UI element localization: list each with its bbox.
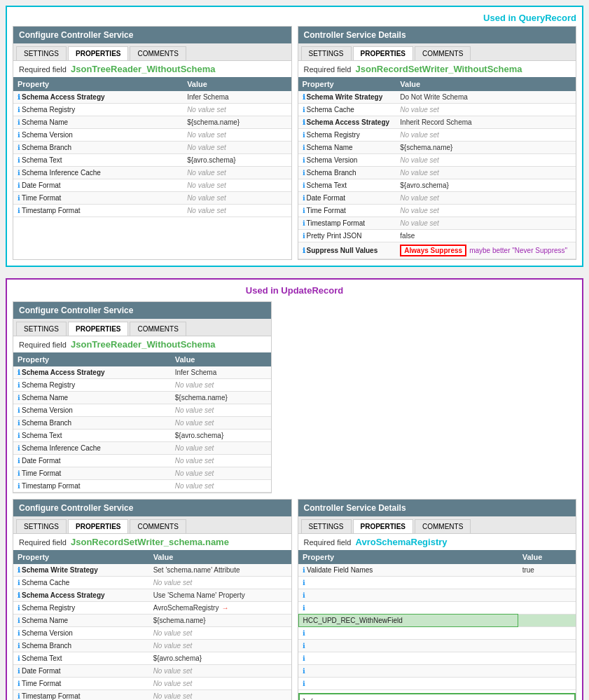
- prop-name-cell: ℹ: [298, 640, 518, 652]
- section2-bottom-left-panel: Configure Controller Service SETTINGS PR…: [13, 499, 292, 700]
- info-icon: ℹ: [18, 642, 20, 650]
- tab-comments-1l[interactable]: COMMENTS: [130, 46, 186, 60]
- prop-name-cell: ℹSchema Registry: [13, 602, 149, 615]
- prop-name-cell: ℹSchema Text: [298, 179, 396, 192]
- info-icon: ℹ: [18, 106, 20, 114]
- info-icon: ℹ: [18, 692, 20, 700]
- prop-name-cell: ℹ: [298, 627, 518, 640]
- table-row: ℹSchema Write StrategySet 'schema.name' …: [13, 564, 291, 577]
- table-row: ℹSchema Text${avro.schema}: [13, 154, 291, 167]
- tab-settings-2br[interactable]: SETTINGS: [301, 519, 352, 533]
- value-text: No value set: [153, 667, 193, 675]
- info-icon: ℹ: [303, 93, 305, 101]
- prop-value-cell: [518, 627, 576, 640]
- tab-comments-2bl[interactable]: COMMENTS: [130, 519, 186, 533]
- prop-name-cell: ℹSchema Inference Cache: [13, 442, 171, 455]
- table-row: ℹ: [298, 577, 576, 589]
- table-row: ℹSchema Access StrategyUse 'Schema Name'…: [13, 589, 291, 602]
- tab-settings-1r[interactable]: SETTINGS: [301, 46, 352, 60]
- table-row: ℹSchema Text${avro.schema}: [13, 430, 271, 442]
- table-row: ℹSchema BranchNo value set: [13, 417, 271, 430]
- table-row: ℹ: [298, 652, 576, 665]
- prop-name-cell: ℹDate Format: [13, 665, 149, 678]
- arrow-icon: →: [221, 604, 228, 612]
- table-row: ℹSchema Access StrategyInherit Record Sc…: [298, 116, 576, 129]
- info-icon: ℹ: [303, 131, 305, 139]
- info-icon: ℹ: [18, 156, 20, 164]
- section2-top-empty: [277, 301, 576, 493]
- tab-properties-2bl[interactable]: PROPERTIES: [68, 519, 128, 533]
- table-row: ℹSchema Inference CacheNo value set: [13, 442, 271, 455]
- tab-properties-1r[interactable]: PROPERTIES: [353, 46, 413, 60]
- prop-name-cell: ℹSchema Version: [298, 154, 396, 167]
- table-row: ℹDate FormatNo value set: [13, 179, 291, 192]
- table-row: ℹTimestamp FormatNo value set: [13, 480, 271, 493]
- value-text: No value set: [400, 194, 439, 202]
- prop-name-cell: ℹTimestamp Format: [13, 690, 149, 701]
- info-icon: ℹ: [18, 579, 20, 586]
- info-icon: ℹ: [303, 219, 305, 227]
- value-text: ${schema.name}: [400, 144, 452, 151]
- tab-comments-1r[interactable]: COMMENTS: [415, 46, 471, 60]
- info-icon: ℹ: [18, 406, 20, 414]
- table-row: HCC_UPD_REC_WithNewField: [298, 615, 576, 627]
- prop-value-cell: [518, 640, 576, 652]
- tab-properties-1l[interactable]: PROPERTIES: [68, 46, 128, 60]
- prop-name-cell[interactable]: HCC_UPD_REC_WithNewField: [298, 615, 518, 627]
- prop-value-cell: No value set: [183, 205, 291, 217]
- prop-value-cell: No value set: [396, 205, 576, 217]
- value-text: No value set: [187, 207, 226, 214]
- prop-value-cell: No value set: [171, 442, 271, 455]
- prop-name-cell: ℹDate Format: [13, 179, 183, 192]
- prop-name-cell: ℹSchema Branch: [13, 640, 149, 652]
- value-text: No value set: [175, 381, 214, 389]
- table-row: ℹSchema VersionNo value set: [13, 404, 271, 417]
- tab-properties-2br[interactable]: PROPERTIES: [353, 519, 413, 533]
- info-icon: ℹ: [18, 381, 20, 389]
- tab-settings-2t[interactable]: SETTINGS: [16, 322, 67, 336]
- prop-value-cell: Infer Schema: [183, 91, 291, 104]
- info-icon: ℹ: [18, 629, 20, 637]
- info-icon: ℹ: [303, 207, 305, 214]
- value-text: false: [400, 232, 415, 240]
- prop-value-cell: No value set: [183, 104, 291, 116]
- prop-name-cell: ℹSchema Access Strategy: [298, 116, 396, 129]
- tab-settings-2bl[interactable]: SETTINGS: [16, 519, 67, 533]
- value-text: No value set: [187, 181, 226, 189]
- section1-left-required: Required field JsonTreeReader_WithoutSch…: [13, 61, 291, 77]
- info-icon: ℹ: [18, 369, 20, 376]
- tab-comments-2t[interactable]: COMMENTS: [130, 322, 186, 336]
- prop-name-cell: ℹSchema Branch: [13, 417, 171, 430]
- tab-comments-2br[interactable]: COMMENTS: [415, 519, 471, 533]
- prop-name-cell: ℹTime Format: [13, 678, 149, 690]
- value-text: No value set: [153, 579, 193, 586]
- prop-name-cell: ℹDate Format: [298, 192, 396, 205]
- prop-value-cell: No value set: [396, 154, 576, 167]
- prop-value-cell: ${schema.name}: [396, 142, 576, 154]
- prop-name-cell: ℹ: [298, 577, 518, 589]
- col-value-2bl: Value: [149, 550, 291, 564]
- prop-name-cell: ℹSchema Name: [13, 116, 183, 129]
- info-icon: ℹ: [18, 457, 20, 465]
- info-icon: ℹ: [18, 591, 20, 599]
- prop-value-cell: No value set: [396, 217, 576, 230]
- prop-value-cell: true: [518, 564, 576, 577]
- info-icon: ℹ: [303, 232, 305, 240]
- value-text: No value set: [187, 131, 226, 139]
- prop-value-cell: Use 'Schema Name' Property: [149, 589, 291, 602]
- value-text: No value set: [153, 642, 193, 650]
- prop-value-cell: [518, 665, 576, 678]
- prop-value-cell: No value set: [396, 129, 576, 142]
- tab-properties-2t[interactable]: PROPERTIES: [68, 322, 128, 336]
- table-row: ℹSchema Write StrategyDo Not Write Schem…: [298, 91, 576, 104]
- table-row: ℹSchema CacheNo value set: [298, 104, 576, 116]
- info-icon: ℹ: [303, 579, 305, 586]
- section2-br-tabs: SETTINGS PROPERTIES COMMENTS: [298, 516, 576, 534]
- table-row: ℹTime FormatNo value set: [13, 678, 291, 690]
- section2-top-panel: Configure Controller Service SETTINGS PR…: [13, 301, 272, 493]
- section1-left-panel: Configure Controller Service SETTINGS PR…: [13, 26, 292, 260]
- tab-settings-1l[interactable]: SETTINGS: [16, 46, 67, 60]
- col-property-2t: Property: [13, 352, 171, 366]
- section1-right-required: Required field JsonRecordSetWriter_Witho…: [298, 61, 576, 77]
- used-label-update: Used in UpdateRecord: [13, 285, 576, 296]
